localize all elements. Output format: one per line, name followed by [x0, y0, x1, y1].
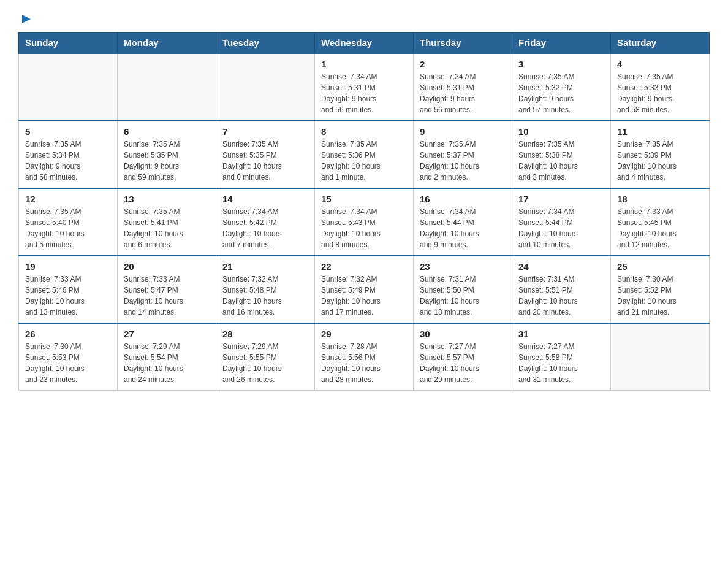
day-info: Sunrise: 7:35 AM Sunset: 5:37 PM Dayligh…: [420, 139, 506, 183]
calendar-body: 1Sunrise: 7:34 AM Sunset: 5:31 PM Daylig…: [19, 53, 710, 391]
calendar-cell: 10Sunrise: 7:35 AM Sunset: 5:38 PM Dayli…: [512, 121, 611, 188]
day-info: Sunrise: 7:35 AM Sunset: 5:32 PM Dayligh…: [518, 71, 604, 115]
calendar-cell: 17Sunrise: 7:34 AM Sunset: 5:44 PM Dayli…: [512, 188, 611, 256]
day-info: Sunrise: 7:34 AM Sunset: 5:44 PM Dayligh…: [518, 206, 604, 250]
day-number: 23: [420, 261, 506, 272]
day-info: Sunrise: 7:30 AM Sunset: 5:52 PM Dayligh…: [617, 274, 703, 318]
weekday-header-friday: Friday: [512, 33, 611, 54]
calendar-cell: 30Sunrise: 7:27 AM Sunset: 5:57 PM Dayli…: [414, 323, 512, 391]
day-info: Sunrise: 7:33 AM Sunset: 5:46 PM Dayligh…: [25, 274, 111, 318]
calendar-cell: 15Sunrise: 7:34 AM Sunset: 5:43 PM Dayli…: [315, 188, 414, 256]
calendar-cell: 21Sunrise: 7:32 AM Sunset: 5:48 PM Dayli…: [216, 256, 315, 323]
calendar-cell: 5Sunrise: 7:35 AM Sunset: 5:34 PM Daylig…: [19, 121, 118, 188]
day-info: Sunrise: 7:35 AM Sunset: 5:38 PM Dayligh…: [518, 139, 604, 183]
calendar-cell: 29Sunrise: 7:28 AM Sunset: 5:56 PM Dayli…: [315, 323, 414, 391]
calendar-week-row: 12Sunrise: 7:35 AM Sunset: 5:40 PM Dayli…: [19, 188, 710, 256]
day-info: Sunrise: 7:34 AM Sunset: 5:42 PM Dayligh…: [222, 206, 308, 250]
weekday-header-saturday: Saturday: [611, 33, 710, 54]
day-info: Sunrise: 7:27 AM Sunset: 5:58 PM Dayligh…: [518, 341, 604, 385]
day-info: Sunrise: 7:35 AM Sunset: 5:34 PM Dayligh…: [25, 139, 111, 183]
day-number: 18: [617, 194, 703, 204]
calendar-cell: 6Sunrise: 7:35 AM Sunset: 5:35 PM Daylig…: [118, 121, 216, 188]
calendar-cell: 11Sunrise: 7:35 AM Sunset: 5:39 PM Dayli…: [611, 121, 710, 188]
calendar-cell: 22Sunrise: 7:32 AM Sunset: 5:49 PM Dayli…: [315, 256, 414, 323]
day-info: Sunrise: 7:29 AM Sunset: 5:54 PM Dayligh…: [124, 341, 210, 385]
calendar-cell: 31Sunrise: 7:27 AM Sunset: 5:58 PM Dayli…: [512, 323, 611, 391]
weekday-header-wednesday: Wednesday: [315, 33, 414, 54]
calendar-cell: 9Sunrise: 7:35 AM Sunset: 5:37 PM Daylig…: [414, 121, 512, 188]
day-info: Sunrise: 7:35 AM Sunset: 5:36 PM Dayligh…: [321, 139, 407, 183]
day-number: 21: [222, 261, 308, 272]
calendar-cell: 20Sunrise: 7:33 AM Sunset: 5:47 PM Dayli…: [118, 256, 216, 323]
day-number: 3: [518, 59, 604, 69]
page-header: [18, 12, 710, 26]
day-info: Sunrise: 7:34 AM Sunset: 5:43 PM Dayligh…: [321, 206, 407, 250]
day-number: 13: [124, 194, 210, 204]
calendar-table: SundayMondayTuesdayWednesdayThursdayFrid…: [18, 32, 710, 391]
day-number: 11: [617, 126, 703, 137]
day-number: 22: [321, 261, 407, 272]
calendar-cell: 13Sunrise: 7:35 AM Sunset: 5:41 PM Dayli…: [118, 188, 216, 256]
calendar-cell: 28Sunrise: 7:29 AM Sunset: 5:55 PM Dayli…: [216, 323, 315, 391]
day-info: Sunrise: 7:35 AM Sunset: 5:39 PM Dayligh…: [617, 139, 703, 183]
day-info: Sunrise: 7:31 AM Sunset: 5:51 PM Dayligh…: [518, 274, 604, 318]
day-number: 24: [518, 261, 604, 272]
calendar-cell: 8Sunrise: 7:35 AM Sunset: 5:36 PM Daylig…: [315, 121, 414, 188]
day-info: Sunrise: 7:30 AM Sunset: 5:53 PM Dayligh…: [25, 341, 111, 385]
weekday-header-row: SundayMondayTuesdayWednesdayThursdayFrid…: [19, 33, 710, 54]
day-info: Sunrise: 7:28 AM Sunset: 5:56 PM Dayligh…: [321, 341, 407, 385]
calendar-cell: 14Sunrise: 7:34 AM Sunset: 5:42 PM Dayli…: [216, 188, 315, 256]
day-info: Sunrise: 7:32 AM Sunset: 5:49 PM Dayligh…: [321, 274, 407, 318]
calendar-week-row: 19Sunrise: 7:33 AM Sunset: 5:46 PM Dayli…: [19, 256, 710, 323]
calendar-cell: 25Sunrise: 7:30 AM Sunset: 5:52 PM Dayli…: [611, 256, 710, 323]
logo: [18, 12, 34, 26]
calendar-week-row: 26Sunrise: 7:30 AM Sunset: 5:53 PM Dayli…: [19, 323, 710, 391]
weekday-header-thursday: Thursday: [414, 33, 512, 54]
calendar-cell: 27Sunrise: 7:29 AM Sunset: 5:54 PM Dayli…: [118, 323, 216, 391]
svg-marker-0: [22, 15, 31, 23]
day-info: Sunrise: 7:33 AM Sunset: 5:45 PM Dayligh…: [617, 206, 703, 250]
day-info: Sunrise: 7:31 AM Sunset: 5:50 PM Dayligh…: [420, 274, 506, 318]
day-number: 7: [222, 126, 308, 137]
calendar-cell: 7Sunrise: 7:35 AM Sunset: 5:35 PM Daylig…: [216, 121, 315, 188]
calendar-cell: 26Sunrise: 7:30 AM Sunset: 5:53 PM Dayli…: [19, 323, 118, 391]
day-number: 25: [617, 261, 703, 272]
calendar-cell: 12Sunrise: 7:35 AM Sunset: 5:40 PM Dayli…: [19, 188, 118, 256]
weekday-header-tuesday: Tuesday: [216, 33, 315, 54]
calendar-header: SundayMondayTuesdayWednesdayThursdayFrid…: [19, 33, 710, 54]
day-number: 19: [25, 261, 111, 272]
calendar-cell: [118, 53, 216, 121]
day-info: Sunrise: 7:33 AM Sunset: 5:47 PM Dayligh…: [124, 274, 210, 318]
day-number: 16: [420, 194, 506, 204]
day-number: 15: [321, 194, 407, 204]
calendar-cell: 1Sunrise: 7:34 AM Sunset: 5:31 PM Daylig…: [315, 53, 414, 121]
day-number: 8: [321, 126, 407, 137]
day-number: 28: [222, 329, 308, 339]
day-number: 9: [420, 126, 506, 137]
day-number: 5: [25, 126, 111, 137]
calendar-cell: 16Sunrise: 7:34 AM Sunset: 5:44 PM Dayli…: [414, 188, 512, 256]
day-number: 31: [518, 329, 604, 339]
calendar-week-row: 1Sunrise: 7:34 AM Sunset: 5:31 PM Daylig…: [19, 53, 710, 121]
weekday-header-monday: Monday: [118, 33, 216, 54]
calendar-cell: [216, 53, 315, 121]
day-info: Sunrise: 7:35 AM Sunset: 5:40 PM Dayligh…: [25, 206, 111, 250]
day-number: 4: [617, 59, 703, 69]
day-number: 26: [25, 329, 111, 339]
calendar-cell: 2Sunrise: 7:34 AM Sunset: 5:31 PM Daylig…: [414, 53, 512, 121]
day-number: 1: [321, 59, 407, 69]
day-number: 17: [518, 194, 604, 204]
logo-triangle-icon: [20, 12, 33, 26]
calendar-cell: 23Sunrise: 7:31 AM Sunset: 5:50 PM Dayli…: [414, 256, 512, 323]
day-number: 29: [321, 329, 407, 339]
calendar-cell: [19, 53, 118, 121]
day-info: Sunrise: 7:27 AM Sunset: 5:57 PM Dayligh…: [420, 341, 506, 385]
calendar-cell: 24Sunrise: 7:31 AM Sunset: 5:51 PM Dayli…: [512, 256, 611, 323]
day-number: 10: [518, 126, 604, 137]
day-info: Sunrise: 7:34 AM Sunset: 5:31 PM Dayligh…: [321, 71, 407, 115]
calendar-week-row: 5Sunrise: 7:35 AM Sunset: 5:34 PM Daylig…: [19, 121, 710, 188]
day-info: Sunrise: 7:35 AM Sunset: 5:35 PM Dayligh…: [222, 139, 308, 183]
day-number: 6: [124, 126, 210, 137]
calendar-cell: 3Sunrise: 7:35 AM Sunset: 5:32 PM Daylig…: [512, 53, 611, 121]
day-number: 14: [222, 194, 308, 204]
